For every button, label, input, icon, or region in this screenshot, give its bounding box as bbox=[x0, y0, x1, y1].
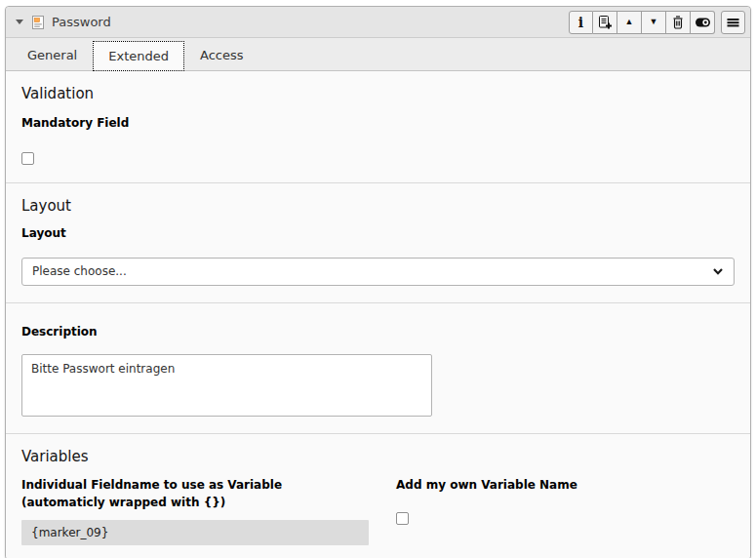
info-button[interactable]: i bbox=[569, 11, 593, 34]
fieldname-variable-column: Individual Fieldname to use as Variable … bbox=[21, 477, 369, 545]
field-title: Password bbox=[52, 15, 111, 29]
page: Password i bbox=[0, 0, 756, 558]
arrow-down-icon: ▼ bbox=[650, 18, 658, 26]
fieldname-variable-label-line2: (automaticly wrapped with {}) bbox=[21, 495, 369, 511]
delete-button[interactable] bbox=[666, 11, 691, 34]
field-toolbar: i ▲ bbox=[569, 11, 745, 34]
field-editor-panel: Password i bbox=[5, 6, 751, 558]
tab-extended[interactable]: Extended bbox=[93, 41, 184, 71]
fieldname-variable-label-line1: Individual Fieldname to use as Variable bbox=[21, 477, 369, 494]
chevron-down-icon bbox=[712, 266, 724, 276]
fieldname-variable-label: Individual Fieldname to use as Variable … bbox=[21, 477, 369, 511]
info-icon: i bbox=[578, 16, 583, 29]
variables-heading: Variables bbox=[21, 448, 735, 465]
content-element-icon bbox=[31, 15, 45, 30]
own-variable-label: Add my own Variable Name bbox=[396, 477, 735, 494]
drag-handle-icon bbox=[726, 15, 740, 30]
arrow-up-icon: ▲ bbox=[625, 18, 634, 26]
fieldname-variable-value: {marker_09} bbox=[21, 520, 369, 545]
section-layout: Layout Layout Please choose... bbox=[6, 183, 750, 302]
description-textarea[interactable]: Bitte Passwort eintragen bbox=[21, 354, 432, 417]
mandatory-field-checkbox[interactable] bbox=[21, 152, 34, 165]
section-validation: Validation Mandatory Field bbox=[6, 71, 750, 183]
tab-access[interactable]: Access bbox=[184, 40, 259, 70]
tab-bar: General Extended Access bbox=[6, 38, 750, 71]
own-variable-column: Add my own Variable Name bbox=[396, 477, 735, 524]
layout-field-label: Layout bbox=[21, 225, 735, 242]
hide-toggle-button[interactable] bbox=[691, 11, 715, 34]
layout-select-value: Please choose... bbox=[32, 264, 127, 278]
section-variables: Variables Individual Fieldname to use as… bbox=[6, 434, 750, 558]
copy-button[interactable] bbox=[593, 11, 617, 34]
toolbar-button-group: i ▲ bbox=[569, 11, 715, 34]
validation-heading: Validation bbox=[21, 85, 735, 102]
layout-heading: Layout bbox=[21, 197, 735, 215]
description-field-label: Description bbox=[21, 324, 735, 340]
collapse-caret-icon[interactable] bbox=[16, 20, 23, 24]
field-header: Password i bbox=[6, 7, 750, 38]
own-variable-checkbox[interactable] bbox=[396, 512, 409, 525]
move-up-button[interactable]: ▲ bbox=[617, 11, 642, 34]
copy-document-icon bbox=[597, 15, 613, 30]
variables-row: Individual Fieldname to use as Variable … bbox=[21, 477, 735, 545]
move-down-button[interactable]: ▼ bbox=[642, 11, 666, 34]
tab-general[interactable]: General bbox=[12, 40, 93, 70]
trash-icon bbox=[670, 15, 686, 30]
layout-select[interactable]: Please choose... bbox=[21, 258, 735, 286]
mandatory-field-label: Mandatory Field bbox=[21, 115, 735, 132]
section-description: Description Bitte Passwort eintragen bbox=[6, 303, 750, 434]
drag-handle-button[interactable] bbox=[721, 11, 745, 34]
toggle-icon bbox=[695, 15, 711, 30]
